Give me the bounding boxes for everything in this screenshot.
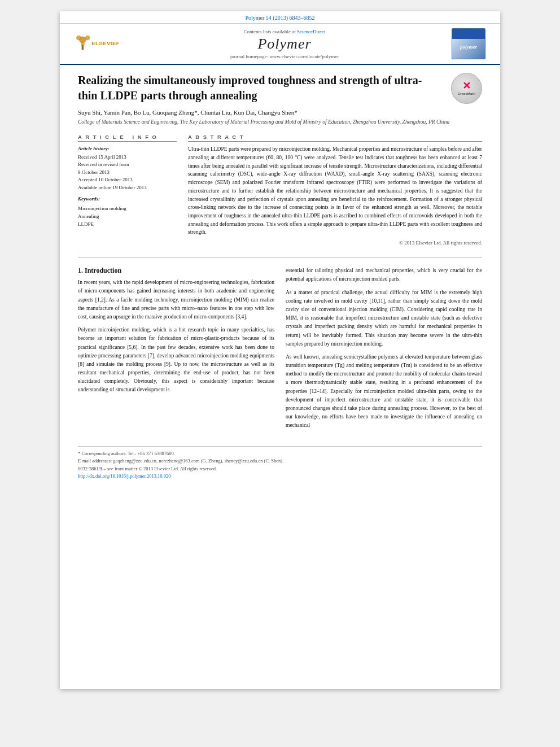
intro-section-number: 1. [78,267,85,274]
doi-note: http://dx.doi.org/10.1016/j.polymer.2013… [78,473,482,480]
crossmark-label: CrossMark [458,91,475,96]
crossmark-badge[interactable]: ✕ CrossMark [451,73,482,104]
article-info-heading: A R T I C L E I N F O [78,134,177,142]
right-para-3: As well known, annealing semicrystalline… [286,353,482,430]
article-history: Article history: Received 15 April 2013 … [78,145,177,191]
article-page: Polymer 54 (2013) 6843–6852 ELSEVIER [60,11,500,689]
journal-header-center: Contents lists available at ScienceDirec… [123,29,446,59]
keyword-1: Microinjection molding [78,204,177,212]
svg-rect-5 [82,45,84,50]
body-section: 1. Introduction In recent years, with th… [78,267,482,434]
received-date: Received 15 April 2013 [78,154,177,161]
authors-text: Suyu Shi, Yamin Pan, Bo Lu, Guoqiang Zhe… [78,109,298,116]
contents-available-line: Contents lists available at ScienceDirec… [123,29,446,34]
article-info-abstract-section: A R T I C L E I N F O Article history: R… [78,134,482,246]
intro-section-title: 1. Introduction [78,267,274,275]
svg-text:ELSEVIER: ELSEVIER [91,40,119,46]
elsevier-svg-icon: ELSEVIER [73,34,119,54]
keyword-3: LLDPE [78,220,177,228]
journal-citation: Polymer 54 (2013) 6843–6852 [245,15,314,21]
article-content: Realizing the simultaneously improved to… [60,65,500,492]
footnote-section: * Corresponding authors. Tel.: +86 371 6… [78,446,482,480]
accepted-date: Accepted 10 October 2013 [78,176,177,184]
email-label: E-mail addresses: [78,458,112,464]
article-title-block: Realizing the simultaneously improved to… [78,73,482,103]
keywords-block: Keywords: Microinjection molding Anneali… [78,195,177,229]
section-divider [78,257,482,257]
svg-point-3 [76,36,81,41]
email-note: E-mail addresses: gcqzheng@zzu.edu.cn, n… [78,457,482,465]
received-revised-date: 9 October 2013 [78,169,177,177]
available-date: Available online 19 October 2013 [78,184,177,192]
journal-header: ELSEVIER Contents lists available at Sci… [60,24,500,65]
journal-logo-right: polymer [446,28,491,59]
issn-note: 0032-3861/$ – see front matter © 2013 El… [78,465,482,473]
body-right-col: essential for tailoring physical and mec… [286,267,482,434]
journal-name: Polymer [123,36,446,53]
contents-text: Contents lists available at [244,29,297,34]
keywords-label: Keywords: [78,195,177,203]
abstract-text: Ultra-thin LLDPE parts were prepared by … [188,145,482,237]
abstract-heading: A B S T R A C T [188,134,482,142]
article-title-text: Realizing the simultaneously improved to… [78,74,422,102]
email-values: gcqzheng@zzu.edu.cn, nerczhenq@163.com (… [113,458,283,464]
crossmark-icon: ✕ [462,81,471,91]
polymer-logo-text: polymer [460,44,477,50]
doi-link[interactable]: http://dx.doi.org/10.1016/j.polymer.2013… [78,473,170,479]
right-para-2: As a matter of practical challenge, the … [286,289,482,348]
affiliation: College of Materials Science and Enginee… [78,119,482,126]
right-para-1: essential for tailoring physical and mec… [286,267,482,283]
elsevier-logo: ELSEVIER [69,32,123,56]
polymer-logo-box: polymer [452,28,485,59]
received-revised-label: Received in revised form [78,161,177,169]
body-left-col: 1. Introduction In recent years, with th… [78,267,274,434]
svg-point-2 [85,36,90,41]
intro-para-1: In recent years, with the rapid developm… [78,278,274,321]
keyword-2: Annealing [78,212,177,220]
intro-para-2: Polymer microinjection molding, which is… [78,326,274,395]
homepage-line: journal homepage: www.elsevier.com/locat… [123,54,446,59]
article-info-col: A R T I C L E I N F O Article history: R… [78,134,177,246]
abstract-col: A B S T R A C T Ultra-thin LLDPE parts w… [188,134,482,246]
corresponding-note: * Corresponding authors. Tel.: +86 371 6… [78,450,482,458]
copyright-line: © 2013 Elsevier Ltd. All rights reserved… [188,240,482,246]
sciencedirect-link[interactable]: ScienceDirect [297,29,325,34]
intro-section-heading: Introduction [85,267,121,274]
history-label: Article history: [78,145,177,153]
citation-bar: Polymer 54 (2013) 6843–6852 [60,11,500,24]
authors-line: Suyu Shi, Yamin Pan, Bo Lu, Guoqiang Zhe… [78,109,482,116]
